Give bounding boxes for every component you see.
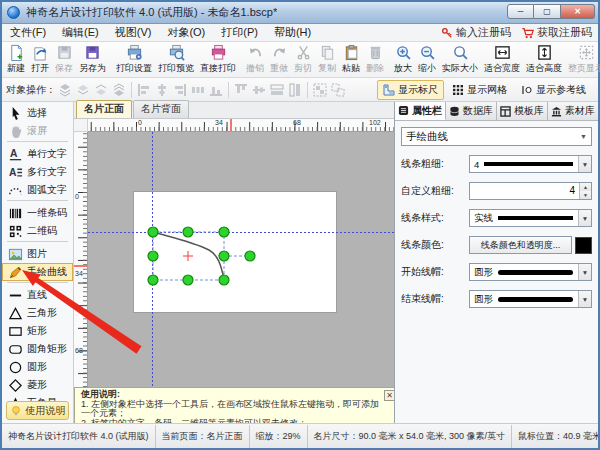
align-bottom-icon[interactable] (208, 82, 224, 98)
custom-thickness-spinner[interactable]: 4 ▲ ▼ (469, 182, 592, 200)
menu-edit[interactable]: 编辑(E) (54, 24, 107, 41)
canvas-overlay (88, 132, 398, 387)
spinner-up-icon[interactable]: ▲ (580, 183, 591, 191)
chevron-down-icon: ▼ (578, 210, 591, 226)
tab-properties[interactable]: 属性栏 (395, 102, 446, 120)
line-style-preview (498, 216, 573, 220)
align-right-icon[interactable] (172, 82, 188, 98)
show-ruler-toggle[interactable]: 显示标尺 (377, 80, 444, 100)
menu-help[interactable]: 帮助(H) (266, 24, 319, 41)
line-color-swatch[interactable] (575, 237, 592, 254)
tool-pan[interactable]: 滚屏 (2, 122, 73, 140)
cut-button[interactable]: 剪切 (291, 43, 315, 77)
line-color-button[interactable]: 线条颜色和透明度... (469, 236, 572, 254)
open-button[interactable]: 打开 (28, 43, 52, 77)
align-center-horizontal-icon[interactable] (154, 82, 170, 98)
mouse-position-marker-x (230, 119, 232, 131)
line-thickness-select[interactable]: 4 ▼ (469, 155, 592, 173)
actual-size-button[interactable]: 实际大小 (439, 43, 481, 77)
end-cap-select[interactable]: 圆形 ▼ (469, 290, 592, 308)
panel-tabs: 属性栏 数据库 模板库 素材库 (395, 102, 598, 121)
menu-object[interactable]: 对象(O) (159, 24, 213, 41)
object-type-select[interactable]: 手绘曲线 ▼ (401, 127, 592, 146)
tool-triangle[interactable]: 三角形 (2, 304, 73, 322)
tab-templates[interactable]: 模板库 (497, 102, 548, 120)
align-top-icon[interactable] (233, 82, 249, 98)
rotation-handle (245, 251, 255, 261)
print-setup-button[interactable]: 打印设置 (113, 43, 155, 77)
menu-print[interactable]: 打印(P) (213, 24, 266, 41)
line-style-select[interactable]: 实线 ▼ (469, 209, 592, 227)
fit-height-button[interactable]: 适合高度 (523, 43, 565, 77)
tool-arc-text[interactable]: 圆弧文字 (2, 181, 73, 199)
spinner-down-icon[interactable]: ▼ (580, 191, 591, 199)
tab-card-front[interactable]: 名片正面 (76, 100, 132, 118)
same-width-icon[interactable] (269, 82, 285, 98)
usage-help-button[interactable]: 使用说明 (6, 401, 69, 420)
tool-qrcode[interactable]: 二维码 (2, 222, 73, 240)
tool-freehand-curve[interactable]: 手绘曲线 (2, 263, 73, 281)
horizontal-ruler[interactable]: 0 34 68 102 (88, 119, 398, 132)
print-preview-button[interactable]: 打印预览 (155, 43, 197, 77)
close-button[interactable]: ✕ (561, 4, 595, 19)
distribute-horizontal-icon[interactable] (190, 82, 206, 98)
tool-rectangle[interactable]: 矩形 (2, 322, 73, 340)
send-to-back-icon[interactable] (111, 82, 127, 98)
send-backward-icon[interactable] (93, 82, 109, 98)
copy-icon (319, 44, 336, 61)
bring-forward-icon[interactable] (75, 82, 91, 98)
paste-button[interactable]: 粘贴 (339, 43, 363, 77)
bring-to-front-icon[interactable] (57, 82, 73, 98)
vertical-ruler[interactable]: 0 34 68 (74, 132, 88, 387)
tool-barcode[interactable]: 一维条码 (2, 204, 73, 222)
start-cap-preview (498, 270, 573, 275)
chevron-down-icon: ▼ (578, 264, 591, 280)
delete-button[interactable]: 删除 (363, 43, 387, 77)
line-thickness-row: 线条粗细: 4 ▼ (401, 155, 592, 173)
tool-line[interactable]: 直线 (2, 286, 73, 304)
align-left-icon[interactable] (136, 82, 152, 98)
redo-button[interactable]: 重做 (267, 43, 291, 77)
same-height-icon[interactable] (287, 82, 303, 98)
new-button[interactable]: 新建 (4, 43, 28, 77)
save-button[interactable]: 保存 (52, 43, 76, 77)
print-preview-icon (168, 44, 185, 61)
tab-materials[interactable]: 素材库 (548, 102, 598, 120)
design-canvas[interactable] (88, 132, 398, 387)
tool-rounded-rectangle[interactable]: 圆角矩形 (2, 340, 73, 358)
menu-view[interactable]: 视图(V) (107, 24, 160, 41)
show-grid-toggle[interactable]: 显示网格 (446, 80, 513, 100)
tab-card-back[interactable]: 名片背面 (133, 100, 189, 118)
start-cap-select[interactable]: 圆形 ▼ (469, 263, 592, 281)
tool-picture[interactable]: 图片 (2, 245, 73, 263)
tool-multi-line-text[interactable]: A 多行文字 (2, 163, 73, 181)
end-cap-row: 结束线帽: 圆形 ▼ (401, 290, 592, 308)
help-line: 1. 左侧对象栏中选择一个工具后，在画布区域按住鼠标左键拖动，即可添加一个元素； (81, 400, 383, 419)
minimize-button[interactable]: ─ (507, 4, 534, 19)
guides-icon (521, 84, 533, 96)
undo-button[interactable]: 撤销 (243, 43, 267, 77)
align-middle-vertical-icon[interactable] (251, 82, 267, 98)
maximize-button[interactable]: ▢ (534, 4, 561, 19)
show-guides-toggle[interactable]: 显示参考线 (515, 80, 592, 100)
fit-page-button[interactable]: 整页显示 (565, 43, 600, 77)
tab-database[interactable]: 数据库 (446, 102, 497, 120)
object-operations-label: 对象操作： (6, 83, 56, 97)
group-icon[interactable] (312, 82, 328, 98)
tool-select[interactable]: 选择 (2, 104, 73, 122)
ungroup-icon[interactable] (330, 82, 346, 98)
tool-diamond[interactable]: 菱形 (2, 376, 73, 394)
fit-width-button[interactable]: 适合宽度 (481, 43, 523, 77)
tool-circle[interactable]: 圆形 (2, 358, 73, 376)
save-as-button[interactable]: 另存为 (76, 43, 109, 77)
print-setup-icon (126, 44, 143, 61)
get-register-code-link[interactable]: 获取注册码 (521, 25, 592, 40)
copy-button[interactable]: 复制 (315, 43, 339, 77)
zoom-in-icon (395, 44, 412, 61)
zoom-in-button[interactable]: 放大 (391, 43, 415, 77)
enter-register-code-link[interactable]: 输入注册码 (441, 25, 511, 40)
menu-file[interactable]: 文件(F) (2, 24, 54, 41)
tool-single-line-text[interactable]: A 单行文字 (2, 145, 73, 163)
direct-print-button[interactable]: 直接打印 (197, 43, 239, 77)
zoom-out-button[interactable]: 缩小 (415, 43, 439, 77)
